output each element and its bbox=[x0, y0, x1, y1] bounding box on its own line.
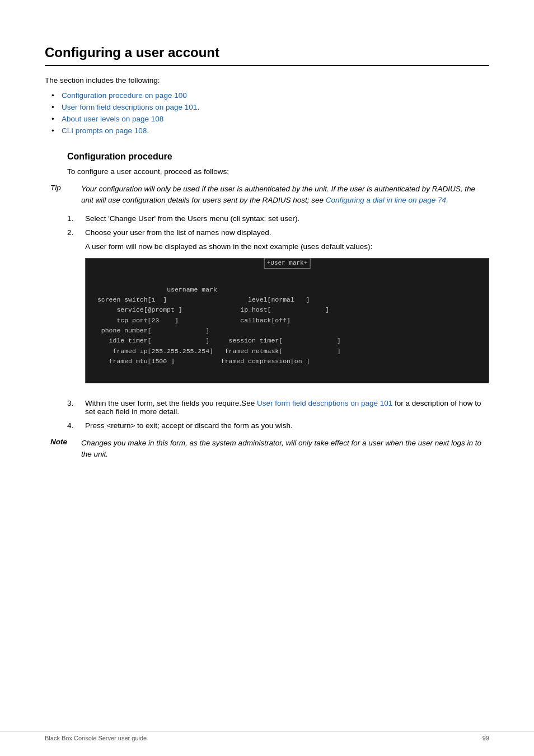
tip-block: Tip Your configuration will only be used… bbox=[50, 184, 489, 206]
terminal-title: +User mark+ bbox=[264, 258, 311, 269]
tip-link[interactable]: Configuring a dial in line on page 74 bbox=[326, 196, 446, 204]
step-4: 4. Press <return> to exit; accept or dis… bbox=[67, 421, 489, 430]
note-block: Note Changes you make in this form, as t… bbox=[50, 438, 489, 461]
tip-label: Tip bbox=[50, 184, 81, 206]
terminal-content: username mark screen switch[1 ] level[no… bbox=[93, 286, 341, 365]
terminal-display: +User mark+ username mark screen switch[… bbox=[85, 258, 489, 383]
toc-link-2[interactable]: User form field descriptions on page 101… bbox=[62, 103, 199, 111]
toc-link-3[interactable]: About user levels on page 108 bbox=[62, 115, 163, 123]
step-3-link[interactable]: User form field descriptions on page 101 bbox=[257, 399, 392, 407]
toc-item-3: About user levels on page 108 bbox=[62, 115, 489, 123]
toc-link-4[interactable]: CLI prompts on page 108. bbox=[62, 126, 149, 135]
main-title: Configuring a user account bbox=[45, 45, 489, 66]
steps-list: 1. Select 'Change User' from the Users m… bbox=[67, 214, 489, 430]
step-1-text: Select 'Change User' from the Users menu… bbox=[85, 214, 489, 223]
step-2: 2. Choose your user from the list of nam… bbox=[67, 228, 489, 394]
step-1: 1. Select 'Change User' from the Users m… bbox=[67, 214, 489, 223]
section-title: Configuration procedure bbox=[67, 152, 489, 162]
step-4-text: Press <return> to exit; accept or discar… bbox=[85, 421, 489, 430]
step-1-num: 1. bbox=[67, 214, 78, 223]
step-3-content: Within the user form, set the fields you… bbox=[85, 399, 489, 416]
step-4-num: 4. bbox=[67, 421, 78, 430]
step-2-content: Choose your user from the list of names … bbox=[85, 228, 489, 394]
step-2-subpara: A user form will now be displayed as sho… bbox=[85, 241, 489, 252]
section-intro: To configure a user account, proceed as … bbox=[67, 167, 489, 176]
step-2-text: Choose your user from the list of names … bbox=[85, 228, 271, 237]
tip-text-suffix: . bbox=[446, 196, 448, 204]
toc-list: Configuration procedure on page 100 User… bbox=[62, 91, 489, 135]
step-3-text-before: Within the user form, set the fields you… bbox=[85, 399, 257, 407]
note-text: Changes you make in this form, as the sy… bbox=[81, 438, 489, 461]
note-label: Note bbox=[50, 438, 81, 461]
toc-item-1: Configuration procedure on page 100 bbox=[62, 91, 489, 100]
intro-text: The section includes the following: bbox=[45, 76, 489, 84]
tip-text: Your configuration will only be used if … bbox=[81, 184, 489, 206]
step-3: 3. Within the user form, set the fields … bbox=[67, 399, 489, 416]
toc-item-4: CLI prompts on page 108. bbox=[62, 126, 489, 135]
step-2-num: 2. bbox=[67, 228, 78, 394]
footer-right: 99 bbox=[483, 735, 489, 741]
toc-link-1[interactable]: Configuration procedure on page 100 bbox=[62, 91, 187, 100]
footer-left: Black Box Console Server user guide bbox=[45, 735, 147, 741]
step-3-num: 3. bbox=[67, 399, 78, 416]
toc-item-2: User form field descriptions on page 101… bbox=[62, 103, 489, 111]
page-footer: Black Box Console Server user guide 99 bbox=[0, 731, 534, 745]
